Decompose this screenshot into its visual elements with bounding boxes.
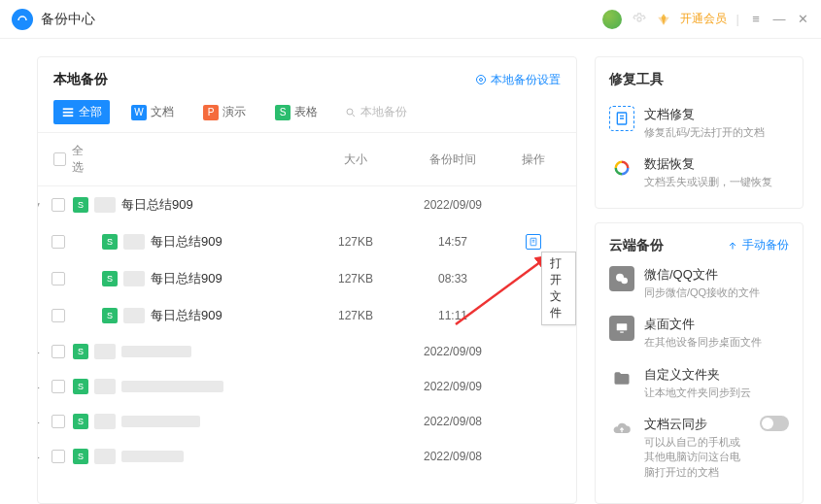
file-thumbnail	[94, 344, 116, 359]
row-checkbox[interactable]	[51, 450, 65, 463]
search-icon	[345, 107, 357, 118]
svg-rect-4	[63, 111, 74, 113]
tool-doc-repair[interactable]: 文档修复 修复乱码/无法打开的文档	[609, 98, 789, 148]
name-cell: S	[73, 379, 312, 394]
minimize-icon[interactable]: —	[772, 12, 786, 26]
spreadsheet-icon: S	[73, 449, 88, 464]
svg-point-1	[480, 79, 483, 82]
table-row[interactable]: ▶S2022/09/08	[38, 439, 576, 474]
cloud-item-wechat[interactable]: 微信/QQ文件 同步微信/QQ接收的文件	[609, 258, 789, 308]
file-thumbnail	[123, 234, 145, 250]
file-name: 每日总结909	[151, 233, 222, 251]
time-cell: 11:11	[399, 309, 506, 322]
spreadsheet-icon: S	[102, 308, 118, 323]
desktop-icon	[609, 316, 634, 341]
repair-tools-panel: 修复工具 文档修复 修复乱码/无法打开的文档 数据恢复 文档丢失或误删，一键恢复	[595, 56, 804, 209]
chevron-right-icon[interactable]: ▶	[38, 347, 42, 357]
time-cell: 2022/09/09	[399, 380, 506, 393]
open-file-icon[interactable]	[526, 234, 541, 250]
row-checkbox[interactable]	[51, 345, 65, 358]
action-cell	[506, 234, 561, 250]
row-checkbox[interactable]	[51, 272, 65, 286]
wechat-icon	[609, 266, 634, 291]
app-title: 备份中心	[41, 11, 95, 28]
cloud-title: 云端备份	[609, 237, 664, 254]
svg-point-11	[621, 277, 628, 284]
col-time: 备份时间	[399, 151, 506, 168]
col-size: 大小	[312, 151, 399, 168]
file-thumbnail	[94, 449, 116, 464]
table-row[interactable]: ▶S2022/09/08	[38, 404, 576, 439]
local-backup-settings-link[interactable]: 本地备份设置	[475, 72, 561, 88]
file-thumbnail	[123, 308, 145, 323]
svg-rect-12	[617, 324, 628, 331]
cloud-sync-icon	[609, 416, 634, 441]
filter-doc[interactable]: W 文档	[123, 100, 182, 124]
size-cell: 127KB	[312, 309, 399, 322]
local-backup-panel: 本地备份 本地备份设置 全部 W 文档	[37, 56, 577, 504]
table-row[interactable]: ▶S每日总结909127KB11:11	[38, 297, 576, 334]
svg-point-2	[477, 76, 486, 84]
row-checkbox[interactable]	[51, 415, 65, 428]
app-logo	[12, 9, 33, 30]
gear-small-icon	[475, 74, 487, 85]
table-row[interactable]: ▶S每日总结909127KB08:33	[38, 260, 576, 297]
name-cell: S每日总结909	[73, 307, 312, 324]
select-all-checkbox[interactable]	[53, 152, 66, 166]
file-thumbnail	[123, 271, 145, 286]
spreadsheet-icon: S	[73, 379, 88, 394]
avatar[interactable]	[602, 10, 622, 29]
table-row[interactable]: ▶S每日总结909127KB14:57	[38, 223, 576, 260]
table-row[interactable]: ▶S2022/09/09	[38, 369, 576, 404]
file-thumbnail	[94, 379, 116, 394]
file-name: 每日总结909	[151, 307, 222, 324]
spreadsheet-icon: S	[73, 197, 88, 213]
filter-all[interactable]: 全部	[53, 100, 110, 124]
manual-backup-link[interactable]: 手动备份	[727, 237, 789, 253]
row-checkbox[interactable]	[51, 198, 65, 212]
menu-icon[interactable]: ≡	[749, 12, 763, 26]
row-checkbox[interactable]	[51, 380, 65, 393]
name-cell: S每日总结909	[73, 196, 312, 214]
row-checkbox[interactable]	[51, 235, 65, 249]
filter-xls[interactable]: S 表格	[267, 100, 325, 124]
filter-ppt[interactable]: P 演示	[195, 100, 254, 124]
tool-data-recover[interactable]: 数据恢复 文档丢失或误删，一键恢复	[609, 148, 789, 197]
cloud-item-sync[interactable]: 文档云同步 可以从自己的手机或其他电脑访问这台电脑打开过的文档	[609, 408, 789, 487]
open-file-tooltip: 打开文件	[541, 252, 576, 325]
size-cell: 127KB	[312, 272, 399, 286]
spreadsheet-icon: S	[73, 344, 88, 359]
name-cell: S	[73, 414, 312, 429]
folder-icon	[609, 366, 634, 391]
name-cell: S	[73, 344, 312, 359]
chevron-right-icon[interactable]: ▶	[38, 382, 42, 392]
chevron-right-icon[interactable]: ▶	[38, 452, 42, 462]
cloud-item-desktop[interactable]: 桌面文件 在其他设备同步桌面文件	[609, 308, 789, 357]
close-icon[interactable]: ✕	[796, 12, 809, 26]
size-cell: 127KB	[312, 235, 399, 249]
chevron-right-icon[interactable]: ▶	[38, 417, 42, 427]
svg-rect-5	[63, 115, 74, 117]
table-row[interactable]: ▼S每日总结9092022/09/09	[38, 186, 576, 223]
search-input[interactable]: 本地备份	[345, 104, 407, 120]
svg-point-0	[637, 17, 641, 21]
name-cell: S每日总结909	[73, 270, 312, 287]
spreadsheet-icon: S	[102, 234, 118, 250]
diamond-icon	[657, 13, 670, 26]
name-cell: S	[73, 449, 312, 464]
cloud-item-folder[interactable]: 自定义文件夹 让本地文件夹同步到云	[609, 358, 789, 408]
table-row[interactable]: ▶S2022/09/09	[38, 334, 576, 369]
time-cell: 2022/09/09	[399, 345, 506, 358]
select-all-label: 全选	[72, 143, 92, 176]
sync-toggle[interactable]	[760, 416, 789, 431]
svg-point-6	[347, 109, 353, 115]
time-cell: 2022/09/08	[399, 450, 506, 463]
time-cell: 08:33	[399, 272, 506, 286]
vip-link[interactable]: 开通会员	[680, 11, 727, 27]
list-icon	[61, 106, 75, 119]
chevron-down-icon[interactable]: ▼	[38, 200, 42, 211]
gear-icon[interactable]	[632, 12, 647, 27]
row-checkbox[interactable]	[51, 309, 65, 322]
time-cell: 2022/09/08	[399, 415, 506, 428]
time-cell: 2022/09/09	[399, 198, 506, 212]
